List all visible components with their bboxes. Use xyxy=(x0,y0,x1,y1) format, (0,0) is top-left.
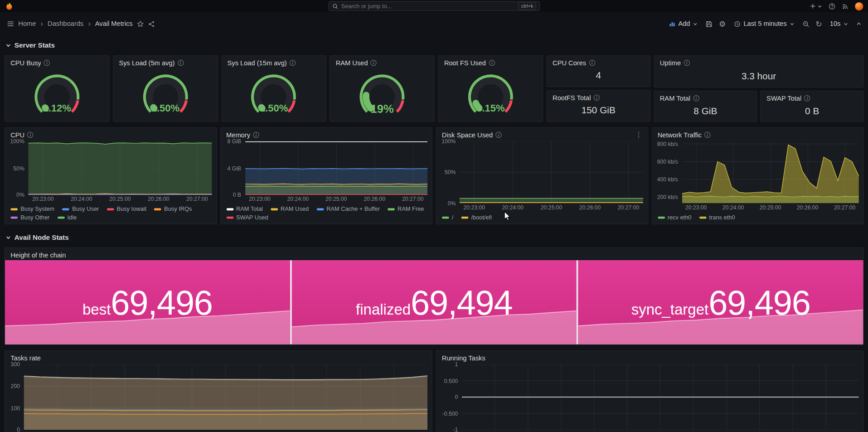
chart-plot[interactable] xyxy=(460,141,643,204)
chart-plot[interactable] xyxy=(682,141,858,204)
legend-item[interactable]: Busy Iowait xyxy=(107,205,146,213)
legend-item[interactable]: Idle xyxy=(57,213,77,221)
legend-item[interactable]: recv eth0 xyxy=(658,213,692,221)
x-axis-label: 20:27:00 xyxy=(186,196,208,202)
info-icon[interactable]: i xyxy=(489,60,495,66)
panel-menu-kebab-icon[interactable]: ⋮ xyxy=(635,131,642,139)
menu-toggle-icon[interactable] xyxy=(7,20,15,28)
breadcrumb: Home Dashboards Avail Metrics xyxy=(18,20,132,28)
y-axis-label: 400 kb/s xyxy=(657,176,678,182)
info-icon[interactable]: i xyxy=(704,132,710,138)
panel-title[interactable]: Root FS Used xyxy=(444,59,486,67)
x-axis-label: 20:25:00 xyxy=(325,196,347,202)
save-dashboard-icon[interactable] xyxy=(706,20,713,28)
legend-item[interactable]: RAM Free xyxy=(388,205,424,213)
info-icon[interactable]: i xyxy=(290,60,296,66)
collapse-chevron-up-icon[interactable] xyxy=(856,21,862,26)
stat-column: CPU Coresi 4 RootFS Totali 150 GiB xyxy=(547,55,650,122)
info-icon[interactable]: i xyxy=(589,60,595,66)
time-range-picker[interactable]: Last 5 minutes xyxy=(732,20,796,28)
new-menu-button[interactable] xyxy=(810,3,822,10)
legend-item[interactable]: Busy Other xyxy=(10,213,49,221)
info-icon[interactable]: i xyxy=(371,60,377,66)
panel-title[interactable]: Sys Load (5m avg) xyxy=(119,59,175,67)
refresh-interval-picker[interactable]: 10s xyxy=(828,20,850,28)
favorite-star-icon[interactable] xyxy=(136,20,144,28)
chart-plot[interactable] xyxy=(24,364,428,430)
search-box[interactable]: ctrl+k xyxy=(328,1,540,11)
chevron-right-icon xyxy=(87,21,92,26)
legend-item[interactable]: Busy System xyxy=(10,205,54,213)
breadcrumb-dashboards[interactable]: Dashboards xyxy=(48,20,83,28)
legend-item[interactable]: RAM Used xyxy=(271,205,309,213)
refresh-icon[interactable]: ↻ xyxy=(815,20,822,28)
user-avatar[interactable] xyxy=(855,2,863,10)
chevron-down-icon xyxy=(843,21,848,26)
panel-title[interactable]: Sys Load (15m avg) xyxy=(228,59,287,67)
gauge: 19% xyxy=(330,68,434,121)
panel-title[interactable]: Disk Space Used xyxy=(442,131,493,139)
breadcrumb-home[interactable]: Home xyxy=(18,20,36,28)
panel-title[interactable]: CPU Cores xyxy=(553,59,586,67)
x-axis-label: 20:24:00 xyxy=(287,196,309,202)
news-rss-icon[interactable] xyxy=(842,2,849,10)
y-axis-label: 0 xyxy=(455,394,458,400)
legend-swatch xyxy=(316,208,324,210)
chart-plot[interactable] xyxy=(245,141,428,195)
panel-swap-total: SWAP Totali 0 B xyxy=(761,91,864,121)
y-axis-label: 0.500 xyxy=(444,378,458,383)
section-server-stats[interactable]: Server Stats xyxy=(5,38,863,53)
panel-title[interactable]: RAM Total xyxy=(660,94,690,102)
chart-plot[interactable] xyxy=(28,141,212,195)
panel-title[interactable]: RootFS Total xyxy=(553,94,591,102)
panel-title[interactable]: RAM Used xyxy=(336,59,368,67)
legend-item[interactable]: / xyxy=(442,213,454,221)
panel-title[interactable]: Uptime xyxy=(660,59,681,67)
legend-item[interactable]: RAM Cache + Buffer xyxy=(316,205,380,213)
row-server-charts: CPUi 0%50%100%20:23:0020:24:0020:25:0020… xyxy=(5,127,864,224)
panel-title[interactable]: CPU xyxy=(10,131,24,139)
chart-plot[interactable] xyxy=(462,364,859,430)
x-axis-label: 20:23:00 xyxy=(249,196,271,202)
section-avail-node-stats[interactable]: Avail Node Stats xyxy=(5,230,863,245)
info-icon[interactable]: i xyxy=(804,95,810,101)
legend-swatch xyxy=(658,216,665,218)
info-icon[interactable]: i xyxy=(178,60,184,66)
grafana-logo-icon[interactable] xyxy=(5,2,13,11)
legend-item[interactable]: SWAP Used xyxy=(226,213,268,221)
legend-item[interactable]: RAM Total xyxy=(226,205,263,213)
help-icon[interactable] xyxy=(829,2,836,10)
zoom-out-icon[interactable] xyxy=(802,20,810,28)
info-icon[interactable]: i xyxy=(684,60,689,66)
x-axis-label: 20:23:00 xyxy=(32,196,54,202)
panel-title[interactable]: Height of the chain xyxy=(10,251,66,259)
share-icon[interactable] xyxy=(148,20,155,28)
panel-title[interactable]: Network Traffic xyxy=(658,131,702,139)
mouse-cursor xyxy=(504,211,511,221)
info-icon[interactable]: i xyxy=(253,132,259,138)
search-input[interactable] xyxy=(341,3,516,10)
legend-swatch xyxy=(10,216,18,218)
panel-title[interactable]: SWAP Total xyxy=(766,94,801,102)
panel-title[interactable]: Memory xyxy=(226,131,250,139)
settings-gear-icon[interactable]: ⚙ xyxy=(719,20,726,28)
panel-title[interactable]: Running Tasks xyxy=(442,354,485,362)
info-icon[interactable]: i xyxy=(594,95,600,101)
info-icon[interactable]: i xyxy=(27,132,33,138)
panel-title[interactable]: Tasks rate xyxy=(10,354,41,362)
chain-stat-best: best69,496 xyxy=(5,260,290,345)
legend-swatch xyxy=(57,216,64,218)
legend-item[interactable]: /boot/efi xyxy=(461,213,492,221)
panel-title[interactable]: CPU Busy xyxy=(10,59,41,67)
legend-item[interactable]: trans eth0 xyxy=(699,213,735,221)
stat-value: 69,496 xyxy=(111,283,212,321)
info-icon[interactable]: i xyxy=(495,132,501,138)
add-panel-button[interactable]: Add xyxy=(667,20,699,28)
info-icon[interactable]: i xyxy=(693,95,699,101)
legend-item[interactable]: Busy User xyxy=(62,205,99,213)
chain-stats: best69,496 finalized69,494 sync_target69… xyxy=(5,260,863,345)
stat-label: finalized xyxy=(356,301,411,318)
panel-rootfs-total: RootFS Totali 150 GiB xyxy=(547,90,650,122)
info-icon[interactable]: i xyxy=(44,60,50,66)
legend-item[interactable]: Busy IRQs xyxy=(154,205,192,213)
